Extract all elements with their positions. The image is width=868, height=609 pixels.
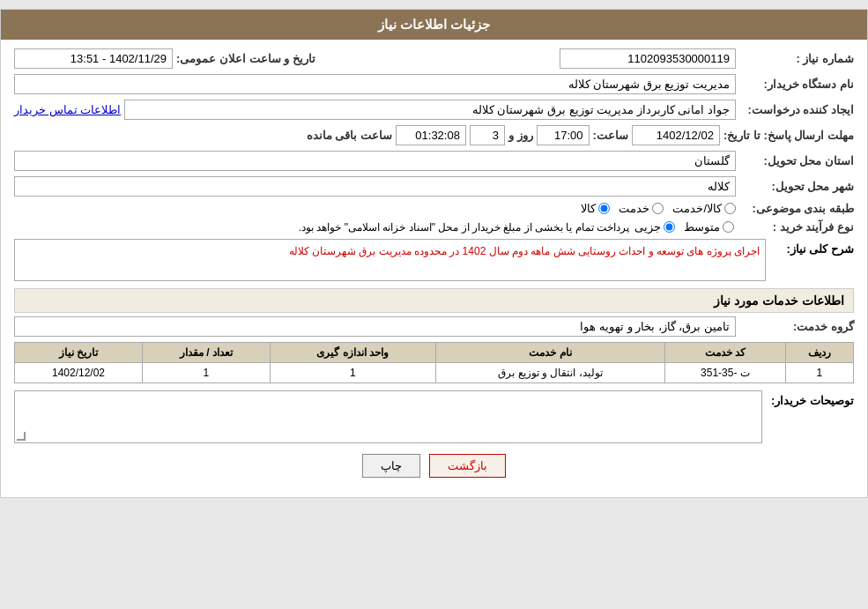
cell-date: 1402/12/02: [15, 363, 143, 383]
category-kala-option[interactable]: کالا: [581, 202, 610, 215]
purchase-type-jazei-option[interactable]: جزیی: [634, 220, 675, 234]
service-group-label: گروه خدمت:: [739, 320, 854, 333]
creator-label: ایجاد کننده درخواست:: [739, 103, 854, 116]
cell-count: 1: [143, 363, 271, 383]
purchase-type-motavaset-radio[interactable]: [723, 221, 734, 233]
cell-code: ت -35-351: [665, 363, 785, 383]
contact-link[interactable]: اطلاعات تماس خریدار: [14, 103, 121, 116]
response-days: 3: [470, 125, 505, 145]
category-khadamat-radio[interactable]: [652, 203, 664, 214]
response-time-label: ساعت:: [593, 129, 628, 142]
col-header-unit: واحد اندازه گیری: [270, 343, 435, 363]
category-kala-radio[interactable]: [598, 203, 610, 214]
col-header-name: نام خدمت: [435, 343, 665, 363]
page-title: جزئیات اطلاعات نیاز: [1, 10, 867, 40]
city-label: شهر محل تحویل:: [739, 180, 854, 193]
response-days-label: روز و: [508, 129, 533, 142]
general-desc-value: اجرای پروژه های توسعه و احداث روستایی شش…: [14, 239, 766, 281]
province-value: گلستان: [14, 151, 736, 171]
purchase-type-label: نوع فرآیند خرید :: [739, 220, 854, 234]
col-header-count: تعداد / مقدار: [143, 343, 271, 363]
cell-name: تولید، انتقال و توزیع برق: [435, 363, 665, 383]
buyer-org-label: نام دستگاه خریدار:: [739, 78, 854, 91]
response-time: 17:00: [537, 125, 590, 145]
purchase-type-radio-group: متوسط جزیی: [634, 220, 734, 234]
category-radio-group: کالا/خدمت خدمت کالا: [581, 202, 736, 215]
col-header-date: تاریخ نیاز: [15, 343, 143, 363]
service-group-value: تامین برق، گاز، بخار و تهویه هوا: [14, 316, 736, 337]
category-khadamat-label: خدمت: [619, 202, 649, 215]
purchase-note: پرداخت تمام یا بخشی از مبلغ خریدار از مح…: [299, 221, 629, 234]
buyer-desc-label: توصیحات خریدار:: [766, 390, 854, 407]
general-desc-section: شرح کلی نیاز: اجرای پروژه های توسعه و اح…: [14, 239, 854, 281]
category-kala-khadamat-label: کالا/خدمت: [672, 202, 722, 215]
category-label: طبقه بندی موضوعی:: [739, 202, 854, 215]
purchase-type-jazei-label: جزیی: [634, 220, 661, 234]
response-deadline-label: مهلت ارسال پاسخ: تا تاریخ:: [723, 129, 854, 142]
response-remain-label: ساعت باقی مانده: [307, 129, 392, 142]
cell-row: 1: [785, 363, 853, 383]
announce-date-value: 1402/11/29 - 13:51: [14, 48, 173, 69]
city-value: کلاله: [14, 176, 736, 197]
print-button[interactable]: چاپ: [362, 454, 420, 478]
general-desc-label: شرح کلی نیاز:: [766, 239, 854, 256]
table-row: 1 ت -35-351 تولید، انتقال و توزیع برق 1 …: [15, 363, 854, 383]
purchase-type-motavaset-label: متوسط: [684, 220, 720, 234]
response-remain: 01:32:08: [396, 125, 466, 145]
creator-value: جواد امانی کاربرداز مدیریت توزیع برق شهر…: [124, 100, 736, 120]
announce-date-label: تاریخ و ساعت اعلان عمومی:: [176, 52, 315, 65]
buyer-org-value: مدیریت توزیع برق شهرستان کلاله: [14, 74, 736, 94]
buttons-row: بازگشت چاپ: [14, 454, 854, 478]
province-label: استان محل تحویل:: [739, 154, 854, 167]
purchase-type-motavaset-option[interactable]: متوسط: [684, 220, 734, 234]
response-date: 1402/12/02: [632, 125, 720, 145]
category-kala-khadamat-radio[interactable]: [724, 203, 736, 214]
buyer-desc-section: توصیحات خریدار:: [14, 390, 854, 443]
col-header-row: ردیف: [785, 343, 853, 363]
purchase-type-jazei-radio[interactable]: [664, 221, 675, 233]
col-header-code: کد خدمت: [665, 343, 785, 363]
services-section-header: اطلاعات خدمات مورد نیاز: [14, 288, 854, 313]
services-table-wrapper: ردیف کد خدمت نام خدمت واحد اندازه گیری ت…: [14, 342, 854, 383]
need-number-value: 1102093530000119: [560, 48, 736, 69]
buyer-desc-box[interactable]: [14, 390, 762, 443]
category-khadamat-option[interactable]: خدمت: [619, 202, 664, 215]
cell-unit: 1: [270, 363, 435, 383]
back-button[interactable]: بازگشت: [429, 454, 506, 478]
services-table: ردیف کد خدمت نام خدمت واحد اندازه گیری ت…: [14, 342, 854, 383]
resize-indicator: [17, 432, 26, 441]
need-number-label: شماره نیاز :: [739, 52, 854, 65]
category-kala-khadamat-option[interactable]: کالا/خدمت: [672, 202, 736, 215]
category-kala-label: کالا: [581, 202, 596, 215]
